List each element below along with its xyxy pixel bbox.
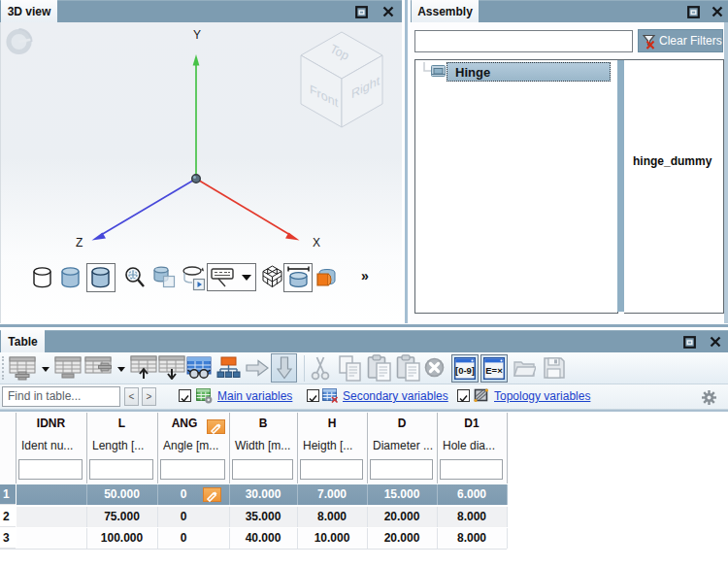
svg-text:E=×: E=× <box>485 365 503 376</box>
svg-text:[0-9]: [0-9] <box>455 365 475 376</box>
